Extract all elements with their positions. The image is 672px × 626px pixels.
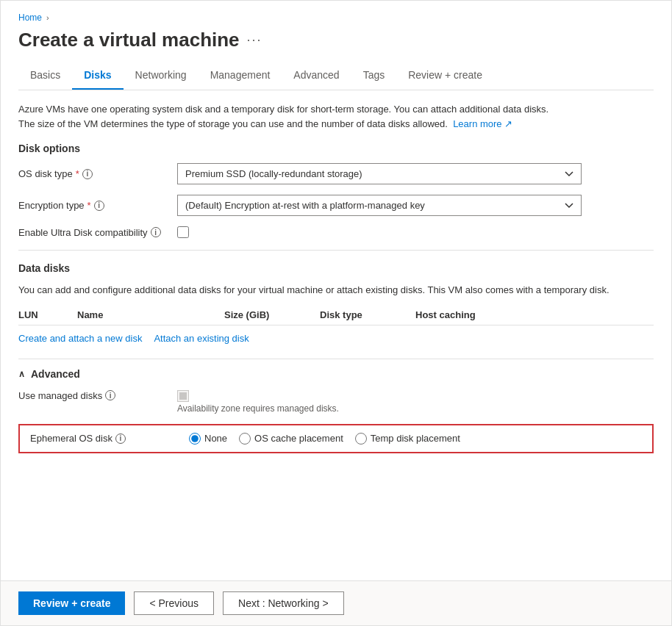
encryption-type-row: Encryption type * i (Default) Encryption… xyxy=(18,195,654,216)
encryption-type-select[interactable]: (Default) Encryption at-rest with a plat… xyxy=(177,195,582,216)
col-header-hostcaching: Host caching xyxy=(415,309,654,320)
ephemeral-option-os-cache[interactable]: OS cache placement xyxy=(239,433,343,445)
advanced-section: ∧ Advanced Use managed disks i Availabil… xyxy=(18,359,654,453)
page-description: Azure VMs have one operating system disk… xyxy=(18,102,654,131)
tab-review-create[interactable]: Review + create xyxy=(396,63,494,90)
advanced-chevron-icon: ∧ xyxy=(18,369,25,379)
encryption-type-required: * xyxy=(87,200,91,211)
previous-button[interactable]: < Previous xyxy=(134,591,214,615)
ultra-disk-label: Enable Ultra Disk compatibility xyxy=(18,227,148,238)
tab-bar: Basics Disks Networking Management Advan… xyxy=(18,63,654,90)
disk-options-header: Disk options xyxy=(18,143,654,154)
ephemeral-os-disk-info-icon[interactable]: i xyxy=(115,433,126,444)
tab-networking[interactable]: Networking xyxy=(124,63,199,90)
create-attach-disk-button[interactable]: Create and attach a new disk xyxy=(18,333,142,344)
managed-disks-note: Availability zone requires managed disks… xyxy=(177,403,339,414)
breadcrumb-home[interactable]: Home xyxy=(18,12,42,23)
ephemeral-option-temp-disk-label: Temp disk placement xyxy=(371,433,460,444)
col-header-size: Size (GiB) xyxy=(224,309,320,320)
os-disk-type-required: * xyxy=(76,168,79,179)
managed-disks-row: Use managed disks i Availability zone re… xyxy=(18,390,654,414)
next-networking-button[interactable]: Next : Networking > xyxy=(223,591,344,615)
ephemeral-option-os-cache-label: OS cache placement xyxy=(254,433,343,444)
tab-tags[interactable]: Tags xyxy=(351,63,397,90)
tab-management[interactable]: Management xyxy=(199,63,282,90)
advanced-section-header[interactable]: ∧ Advanced xyxy=(18,368,654,380)
ephemeral-radio-os-cache[interactable] xyxy=(239,433,251,445)
review-create-button[interactable]: Review + create xyxy=(18,591,125,615)
breadcrumb-separator: › xyxy=(46,13,49,22)
ephemeral-option-none[interactable]: None xyxy=(189,433,227,445)
encryption-type-label: Encryption type xyxy=(18,200,85,211)
managed-disks-info-icon[interactable]: i xyxy=(105,390,115,400)
managed-disks-label: Use managed disks xyxy=(18,390,102,401)
tab-advanced[interactable]: Advanced xyxy=(282,63,351,90)
advanced-section-label: Advanced xyxy=(31,368,80,380)
ephemeral-os-disk-row: Ephemeral OS disk i None OS cache placem… xyxy=(18,424,654,453)
data-disks-description: You can add and configure additional dat… xyxy=(18,283,654,298)
ephemeral-os-disk-radio-group: None OS cache placement Temp disk placem… xyxy=(189,433,642,445)
os-disk-type-row: OS disk type * i Premium SSD (locally-re… xyxy=(18,163,654,184)
ephemeral-option-none-label: None xyxy=(204,433,227,444)
tab-disks[interactable]: Disks xyxy=(72,63,123,90)
ephemeral-option-temp-disk[interactable]: Temp disk placement xyxy=(355,433,460,445)
encryption-type-info-icon[interactable]: i xyxy=(94,201,104,211)
ultra-disk-checkbox[interactable] xyxy=(177,226,189,238)
learn-more-link[interactable]: Learn more ↗ xyxy=(453,118,512,129)
page-title: Create a virtual machine xyxy=(18,29,240,51)
breadcrumb: Home › xyxy=(18,12,654,23)
attach-existing-disk-button[interactable]: Attach an existing disk xyxy=(154,333,249,344)
data-disks-table-header: LUN Name Size (GiB) Disk type Host cachi… xyxy=(18,309,654,325)
more-options-icon[interactable]: ··· xyxy=(247,32,262,48)
managed-disks-checkbox xyxy=(177,390,189,402)
ultra-disk-info-icon[interactable]: i xyxy=(151,227,161,237)
os-disk-type-info-icon[interactable]: i xyxy=(82,169,93,179)
col-header-lun: LUN xyxy=(18,309,77,320)
tab-basics[interactable]: Basics xyxy=(18,63,72,90)
footer: Review + create < Previous Next : Networ… xyxy=(1,580,671,625)
disk-actions: Create and attach a new disk Attach an e… xyxy=(18,333,654,344)
data-disks-header: Data disks xyxy=(18,262,654,274)
ephemeral-radio-temp-disk[interactable] xyxy=(355,433,367,445)
col-header-name: Name xyxy=(77,309,224,320)
os-disk-type-label: OS disk type xyxy=(18,168,73,179)
col-header-disktype: Disk type xyxy=(320,309,415,320)
ephemeral-os-disk-label: Ephemeral OS disk xyxy=(30,433,112,444)
ultra-disk-row: Enable Ultra Disk compatibility i xyxy=(18,226,654,238)
os-disk-type-select[interactable]: Premium SSD (locally-redundant storage) … xyxy=(177,163,582,184)
ephemeral-radio-none[interactable] xyxy=(189,433,201,445)
data-disks-section: Data disks You can add and configure add… xyxy=(18,262,654,344)
